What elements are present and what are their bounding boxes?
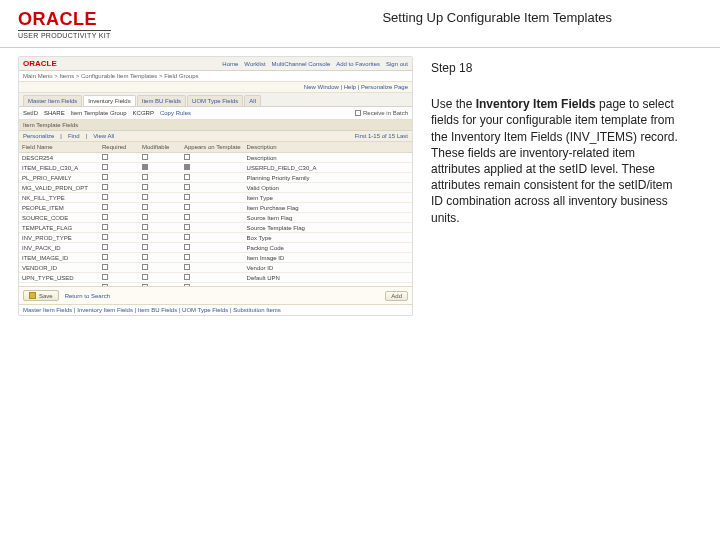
required-checkbox[interactable] [102, 194, 108, 200]
template-checkbox[interactable] [184, 264, 190, 270]
template-checkbox[interactable] [184, 164, 190, 170]
table-row: PL_PRIO_FAMILYPlanning Priority Family [19, 173, 412, 183]
required-checkbox[interactable] [102, 224, 108, 230]
cell-desc: Description [244, 153, 412, 163]
cell-desc: Vendor ID [244, 263, 412, 273]
template-checkbox[interactable] [184, 154, 190, 160]
modifiable-checkbox[interactable] [142, 274, 148, 280]
required-checkbox[interactable] [102, 204, 108, 210]
cell-field: UPN_TYPE_USED [19, 273, 99, 283]
required-checkbox[interactable] [102, 164, 108, 170]
template-checkbox[interactable] [184, 194, 190, 200]
modifiable-checkbox[interactable] [142, 154, 148, 160]
modifiable-checkbox[interactable] [142, 264, 148, 270]
table-row: SOURCE_CODESource Item Flag [19, 213, 412, 223]
tbl-viewall[interactable]: View All [93, 133, 114, 139]
required-checkbox[interactable] [102, 244, 108, 250]
setid-value: SHARE [44, 110, 65, 116]
template-checkbox[interactable] [184, 214, 190, 220]
col-desc: Description [244, 142, 412, 153]
save-icon [29, 292, 36, 299]
modifiable-checkbox[interactable] [142, 174, 148, 180]
bottom-tabs-links[interactable]: Master Item Fields | Inventory Item Fiel… [19, 304, 412, 315]
section-title: Item Template Fields [19, 120, 412, 131]
cell-desc: Item Image ID [244, 253, 412, 263]
page-title: Setting Up Configurable Item Templates [382, 10, 702, 25]
template-checkbox[interactable] [184, 174, 190, 180]
tab-inventory-fields[interactable]: Inventory Fields [83, 95, 135, 106]
template-checkbox[interactable] [184, 254, 190, 260]
tbl-find[interactable]: Find [68, 133, 80, 139]
cell-field: TEMPLATE_FLAG [19, 223, 99, 233]
required-checkbox[interactable] [102, 254, 108, 260]
setid-label: SetID [23, 110, 38, 116]
save-button[interactable]: Save [23, 290, 59, 301]
return-link[interactable]: Return to Search [65, 293, 110, 299]
cell-desc: Item Type [244, 193, 412, 203]
template-checkbox[interactable] [184, 204, 190, 210]
cell-field: NK_FILL_TYPE [19, 193, 99, 203]
template-checkbox[interactable] [184, 184, 190, 190]
cell-field: INV_PROD_TYPE [19, 233, 99, 243]
tmpl-value: KCGRP [133, 110, 154, 116]
tab-item-bu-fields[interactable]: Item BU Fields [137, 95, 186, 106]
nav-add-fav[interactable]: Add to Favorites [336, 61, 380, 67]
modifiable-checkbox[interactable] [142, 254, 148, 260]
step-description: Use the Inventory Item Fields page to se… [431, 96, 686, 226]
modifiable-checkbox[interactable] [142, 244, 148, 250]
brand-logo: ORACLE USER PRODUCTIVITY KIT [18, 10, 111, 39]
cell-field: MG_VALID_PRDN_OPT [19, 183, 99, 193]
brand-subtext: USER PRODUCTIVITY KIT [18, 30, 111, 39]
add-button[interactable]: Add [385, 291, 408, 301]
required-checkbox[interactable] [102, 234, 108, 240]
cell-field: INV_PACK_ID [19, 243, 99, 253]
modifiable-checkbox[interactable] [142, 184, 148, 190]
cell-field: ITEM_IMAGE_ID [19, 253, 99, 263]
modifiable-checkbox[interactable] [142, 164, 148, 170]
brand-text: ORACLE [18, 10, 111, 28]
tmpl-label: Item Template Group [71, 110, 127, 116]
cell-desc: Packing Code [244, 243, 412, 253]
required-checkbox[interactable] [102, 214, 108, 220]
table-row: NK_FILL_TYPEItem Type [19, 193, 412, 203]
tab-all[interactable]: All [244, 95, 261, 106]
table-row: ITEM_IMAGE_IDItem Image ID [19, 253, 412, 263]
nav-worklist[interactable]: Worklist [244, 61, 265, 67]
cell-desc: Default UPN [244, 273, 412, 283]
table-row: TEMPLATE_FLAGSource Template Flag [19, 223, 412, 233]
use-batch-label: Receive in Batch [363, 110, 408, 116]
template-checkbox[interactable] [184, 224, 190, 230]
nav-mc[interactable]: MultiChannel Console [272, 61, 331, 67]
modifiable-checkbox[interactable] [142, 194, 148, 200]
cell-desc: Item Purchase Flag [244, 203, 412, 213]
required-checkbox[interactable] [102, 264, 108, 270]
table-row: DESCR254Description [19, 153, 412, 163]
cell-field: ITEM_FIELD_C30_A [19, 163, 99, 173]
cell-desc: Source Template Flag [244, 223, 412, 233]
modifiable-checkbox[interactable] [142, 204, 148, 210]
cell-field: PEOPLE_ITEM [19, 203, 99, 213]
modifiable-checkbox[interactable] [142, 214, 148, 220]
template-checkbox[interactable] [184, 234, 190, 240]
modifiable-checkbox[interactable] [142, 234, 148, 240]
page-actions[interactable]: New Window | Help | Personalize Page [19, 82, 412, 93]
col-modifiable: Modifiable [139, 142, 181, 153]
tbl-range: First 1-15 of 15 Last [355, 133, 408, 139]
required-checkbox[interactable] [102, 184, 108, 190]
required-checkbox[interactable] [102, 274, 108, 280]
breadcrumb[interactable]: Main Menu > Items > Configurable Item Te… [19, 71, 412, 82]
use-batch-checkbox[interactable] [355, 110, 361, 116]
tab-master-item-fields[interactable]: Master Item Fields [23, 95, 82, 106]
required-checkbox[interactable] [102, 174, 108, 180]
template-checkbox[interactable] [184, 274, 190, 280]
nav-home[interactable]: Home [222, 61, 238, 67]
required-checkbox[interactable] [102, 154, 108, 160]
tab-uom-type-fields[interactable]: UOM Type Fields [187, 95, 243, 106]
step-label: Step 18 [431, 60, 686, 76]
tbl-personalize[interactable]: Personalize [23, 133, 54, 139]
modifiable-checkbox[interactable] [142, 224, 148, 230]
table-row: MG_VALID_PRDN_OPTValid Option [19, 183, 412, 193]
nav-signout[interactable]: Sign out [386, 61, 408, 67]
template-checkbox[interactable] [184, 244, 190, 250]
cfg-link[interactable]: Copy Rules [160, 110, 191, 116]
